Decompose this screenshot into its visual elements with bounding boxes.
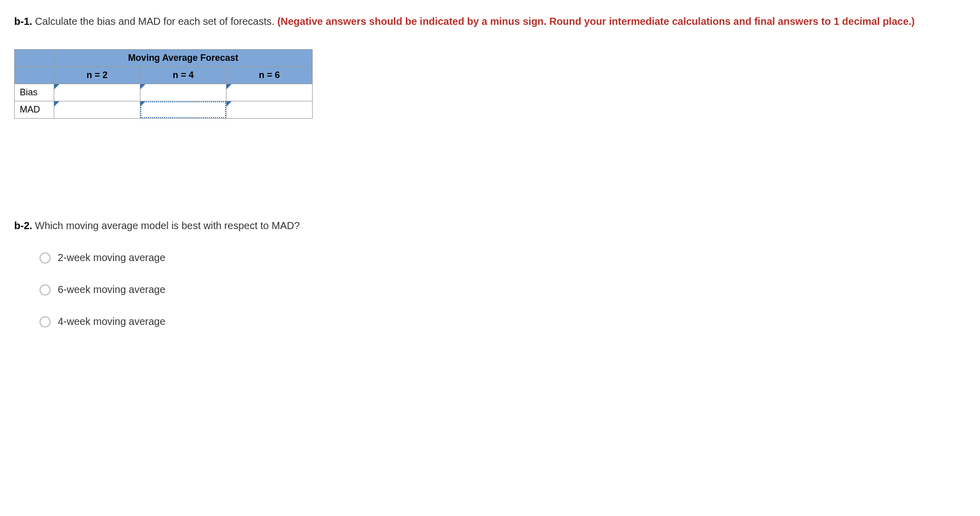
cell-mad-n4 <box>140 101 227 119</box>
table-corner-2 <box>15 67 54 84</box>
option-label: 4-week moving average <box>58 316 165 327</box>
question-b2-label: b-2. <box>14 220 32 231</box>
cell-bias-n2 <box>54 84 140 101</box>
option-label: 6-week moving average <box>58 284 165 296</box>
col-header-n2: n = 2 <box>54 67 140 84</box>
radio-icon[interactable] <box>40 252 51 264</box>
option-4-week[interactable]: 4-week moving average <box>40 316 966 327</box>
input-mad-n2[interactable] <box>54 101 140 118</box>
option-2-week[interactable]: 2-week moving average <box>40 252 966 264</box>
table-row: MAD <box>15 101 313 119</box>
input-bias-n6[interactable] <box>227 84 312 101</box>
question-b1-label: b-1. <box>14 16 32 27</box>
input-marker-icon <box>54 84 59 89</box>
forecast-table-wrap: Moving Average Forecast n = 2 n = 4 n = … <box>14 49 966 119</box>
option-6-week[interactable]: 6-week moving average <box>40 284 966 296</box>
option-label: 2-week moving average <box>58 252 165 264</box>
row-label-mad: MAD <box>15 101 54 119</box>
question-b1: b-1. Calculate the bias and MAD for each… <box>14 14 966 29</box>
table-corner <box>15 50 54 67</box>
cell-mad-n2 <box>54 101 140 119</box>
radio-icon[interactable] <box>40 316 51 327</box>
table-title: Moving Average Forecast <box>54 50 313 67</box>
col-header-n6: n = 6 <box>227 67 313 84</box>
options-group: 2-week moving average 6-week moving aver… <box>14 252 966 327</box>
question-b1-text: Calculate the bias and MAD for each set … <box>32 16 278 27</box>
cell-bias-n4 <box>140 84 227 101</box>
input-marker-icon <box>140 84 145 89</box>
radio-icon[interactable] <box>40 284 51 296</box>
question-b2-text: Which moving average model is best with … <box>32 220 300 231</box>
input-mad-n4[interactable] <box>140 101 226 118</box>
col-header-n4: n = 4 <box>140 67 227 84</box>
cell-mad-n6 <box>227 101 313 119</box>
input-mad-n6[interactable] <box>227 101 312 118</box>
input-marker-icon <box>54 101 59 106</box>
question-b1-instruction: (Negative answers should be indicated by… <box>277 16 915 27</box>
question-b2: b-2. Which moving average model is best … <box>14 220 966 232</box>
cell-bias-n6 <box>227 84 313 101</box>
input-bias-n2[interactable] <box>54 84 140 101</box>
input-marker-icon <box>140 101 145 106</box>
row-label-bias: Bias <box>15 84 54 101</box>
input-marker-icon <box>227 101 232 106</box>
input-marker-icon <box>227 84 232 89</box>
input-bias-n4[interactable] <box>140 84 226 101</box>
table-row: Bias <box>15 84 313 101</box>
forecast-table: Moving Average Forecast n = 2 n = 4 n = … <box>14 49 313 119</box>
